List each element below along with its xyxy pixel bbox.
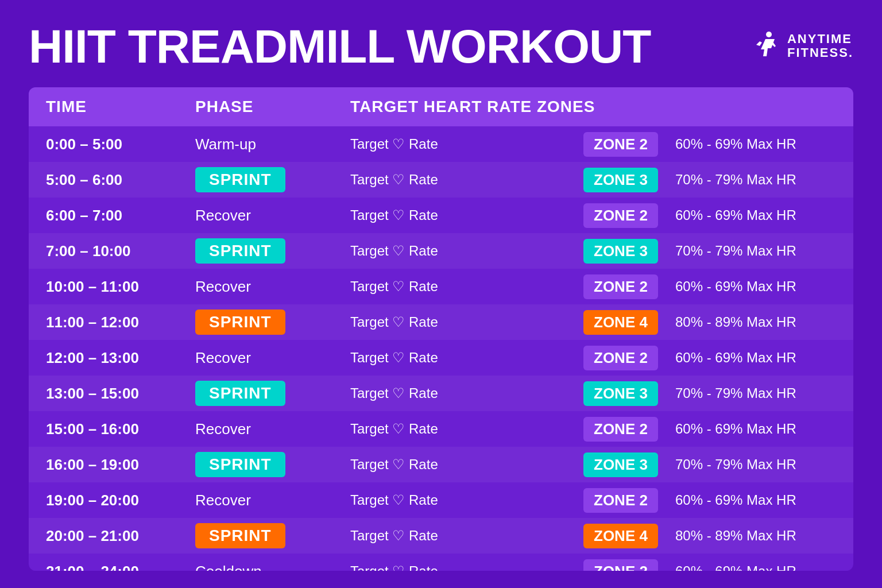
- table-row: 19:00 – 20:00RecoverTarget ♡ RateZONE 26…: [29, 482, 853, 518]
- cell-zone: ZONE 4: [583, 310, 675, 335]
- cell-time: 16:00 – 19:00: [46, 456, 195, 474]
- cell-zone: ZONE 3: [583, 239, 675, 264]
- cell-hr-range: 70% - 79% Max HR: [675, 457, 836, 473]
- cell-hr-range: 60% - 69% Max HR: [675, 421, 836, 437]
- cell-time: 5:00 – 6:00: [46, 171, 195, 189]
- table-row: 10:00 – 11:00RecoverTarget ♡ RateZONE 26…: [29, 269, 853, 304]
- cell-hr-range: 60% - 69% Max HR: [675, 350, 836, 366]
- cell-zone: ZONE 2: [583, 203, 675, 228]
- page-title: HIIT TREADMILL WORKOUT: [29, 23, 651, 70]
- cell-target-rate: Target ♡ Rate: [350, 243, 583, 259]
- cell-zone: ZONE 2: [583, 488, 675, 513]
- cell-zone: ZONE 3: [583, 381, 675, 406]
- cell-target-rate: Target ♡ Rate: [350, 457, 583, 473]
- cell-target-rate: Target ♡ Rate: [350, 528, 583, 544]
- cell-hr-range: 60% - 69% Max HR: [675, 207, 836, 223]
- cell-target-rate: Target ♡ Rate: [350, 385, 583, 401]
- table-header: TIME PHASE TARGET HEART RATE ZONES: [29, 87, 853, 126]
- cell-time: 10:00 – 11:00: [46, 278, 195, 296]
- cell-phase: SPRINT: [195, 238, 350, 264]
- cell-time: 15:00 – 16:00: [46, 420, 195, 438]
- cell-phase: Recover: [195, 349, 350, 367]
- page-wrapper: HIIT TREADMILL WORKOUT ANYTIME FITNESS. …: [0, 0, 882, 588]
- cell-zone: ZONE 3: [583, 168, 675, 192]
- table-row: 20:00 – 21:00SPRINTTarget ♡ RateZONE 480…: [29, 518, 853, 554]
- table-row: 6:00 – 7:00RecoverTarget ♡ RateZONE 260%…: [29, 198, 853, 233]
- cell-zone: ZONE 2: [583, 559, 675, 571]
- cell-phase: Warm-up: [195, 136, 350, 153]
- cell-target-rate: Target ♡ Rate: [350, 278, 583, 295]
- table-row: 21:00 – 24:00CooldownTarget ♡ RateZONE 2…: [29, 554, 853, 571]
- cell-hr-range: 60% - 69% Max HR: [675, 136, 836, 152]
- cell-zone: ZONE 2: [583, 346, 675, 370]
- logo-line1: ANYTIME: [787, 32, 852, 46]
- cell-time: 7:00 – 10:00: [46, 242, 195, 260]
- cell-time: 12:00 – 13:00: [46, 349, 195, 367]
- table-row: 12:00 – 13:00RecoverTarget ♡ RateZONE 26…: [29, 340, 853, 376]
- cell-target-rate: Target ♡ Rate: [350, 136, 583, 152]
- svg-point-0: [766, 32, 772, 37]
- cell-phase: Recover: [195, 492, 350, 509]
- header-phase: PHASE: [195, 98, 350, 116]
- cell-phase: SPRINT: [195, 381, 350, 406]
- logo-text: ANYTIME FITNESS.: [787, 32, 853, 60]
- cell-hr-range: 70% - 79% Max HR: [675, 172, 836, 188]
- table-row: 13:00 – 15:00SPRINTTarget ♡ RateZONE 370…: [29, 376, 853, 411]
- cell-hr-range: 80% - 89% Max HR: [675, 314, 836, 330]
- cell-zone: ZONE 4: [583, 524, 675, 548]
- table-row: 15:00 – 16:00RecoverTarget ♡ RateZONE 26…: [29, 411, 853, 447]
- cell-hr-range: 60% - 69% Max HR: [675, 278, 836, 295]
- cell-hr-range: 60% - 69% Max HR: [675, 563, 836, 571]
- cell-phase: SPRINT: [195, 310, 350, 335]
- cell-phase: SPRINT: [195, 523, 350, 548]
- cell-time: 0:00 – 5:00: [46, 136, 195, 153]
- cell-target-rate: Target ♡ Rate: [350, 207, 583, 223]
- cell-time: 6:00 – 7:00: [46, 207, 195, 225]
- cell-target-rate: Target ♡ Rate: [350, 421, 583, 437]
- cell-zone: ZONE 3: [583, 452, 675, 477]
- header-time: TIME: [46, 98, 195, 116]
- cell-time: 21:00 – 24:00: [46, 563, 195, 571]
- cell-target-rate: Target ♡ Rate: [350, 172, 583, 188]
- cell-time: 13:00 – 15:00: [46, 385, 195, 403]
- cell-hr-range: 70% - 79% Max HR: [675, 243, 836, 259]
- cell-phase: SPRINT: [195, 167, 350, 192]
- anytime-fitness-icon: [747, 29, 782, 63]
- cell-target-rate: Target ♡ Rate: [350, 314, 583, 330]
- cell-time: 20:00 – 21:00: [46, 527, 195, 545]
- cell-time: 19:00 – 20:00: [46, 492, 195, 509]
- table-body: 0:00 – 5:00Warm-upTarget ♡ RateZONE 260%…: [29, 126, 853, 571]
- table-row: 5:00 – 6:00SPRINTTarget ♡ RateZONE 370% …: [29, 162, 853, 198]
- cell-phase: Recover: [195, 207, 350, 225]
- logo-line2: FITNESS.: [787, 46, 853, 60]
- header: HIIT TREADMILL WORKOUT ANYTIME FITNESS.: [29, 23, 853, 70]
- cell-zone: ZONE 2: [583, 417, 675, 442]
- workout-table: TIME PHASE TARGET HEART RATE ZONES 0:00 …: [29, 87, 853, 571]
- table-row: 0:00 – 5:00Warm-upTarget ♡ RateZONE 260%…: [29, 126, 853, 162]
- cell-phase: Cooldown: [195, 563, 350, 571]
- cell-phase: Recover: [195, 278, 350, 296]
- cell-zone: ZONE 2: [583, 274, 675, 299]
- table-row: 16:00 – 19:00SPRINTTarget ♡ RateZONE 370…: [29, 447, 853, 482]
- cell-phase: SPRINT: [195, 452, 350, 477]
- table-row: 11:00 – 12:00SPRINTTarget ♡ RateZONE 480…: [29, 304, 853, 340]
- header-target-hr: TARGET HEART RATE ZONES: [350, 98, 836, 116]
- cell-target-rate: Target ♡ Rate: [350, 492, 583, 508]
- cell-hr-range: 80% - 89% Max HR: [675, 528, 836, 544]
- cell-target-rate: Target ♡ Rate: [350, 563, 583, 571]
- cell-zone: ZONE 2: [583, 132, 675, 157]
- cell-time: 11:00 – 12:00: [46, 314, 195, 331]
- table-row: 7:00 – 10:00SPRINTTarget ♡ RateZONE 370%…: [29, 233, 853, 269]
- logo-area: ANYTIME FITNESS.: [747, 29, 853, 63]
- cell-phase: Recover: [195, 420, 350, 438]
- cell-hr-range: 60% - 69% Max HR: [675, 492, 836, 508]
- cell-target-rate: Target ♡ Rate: [350, 350, 583, 366]
- cell-hr-range: 70% - 79% Max HR: [675, 385, 836, 401]
